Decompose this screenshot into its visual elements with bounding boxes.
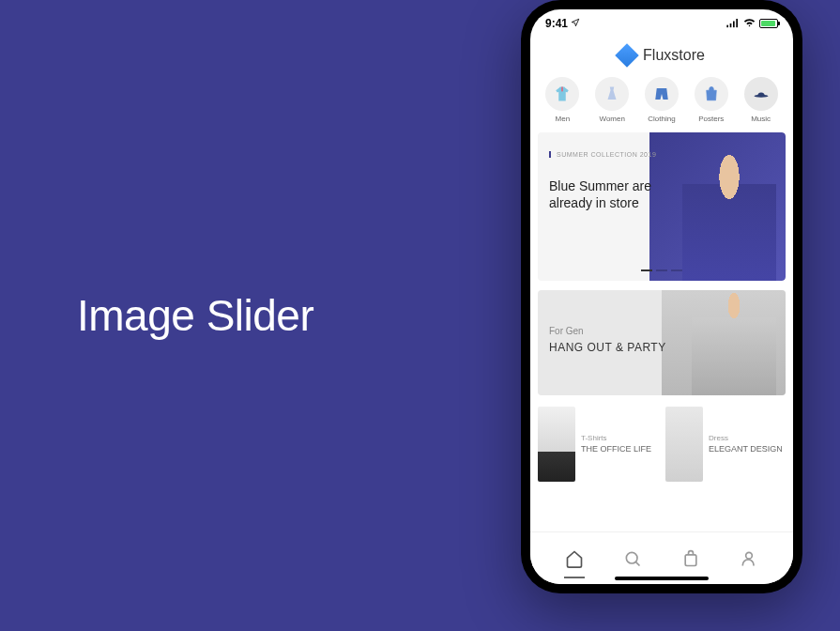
shirt-icon [545,77,579,111]
category-men[interactable]: Men [545,77,579,123]
category-clothing[interactable]: Clothing [645,77,679,123]
product-image [538,407,575,482]
product-card-tshirts[interactable]: T-Shirts THE OFFICE LIFE [538,407,658,482]
banner-image [662,290,786,395]
bag-icon [695,77,728,111]
status-bar: 9:41 [530,9,793,34]
svg-rect-1 [730,23,732,27]
category-row[interactable]: Men Women Clothing Posters Music [530,73,793,132]
phone-mockup: 9:41 Fluxstore Men Women Clothing Poster… [521,0,802,593]
svg-point-5 [626,552,637,563]
nav-home[interactable] [564,548,585,569]
hero-image [649,132,786,281]
signal-icon [726,19,740,28]
location-arrow-icon [571,18,580,27]
status-time: 9:41 [545,17,580,30]
category-women[interactable]: Women [595,77,629,123]
content-scroll[interactable]: SUMMER COLLECTION 2019 Blue Summer are a… [530,132,793,584]
svg-rect-2 [733,22,735,28]
product-subtitle: T-Shirts [581,434,651,442]
hat-icon [744,77,778,111]
nav-search[interactable] [622,548,643,569]
home-indicator[interactable] [615,577,709,580]
hero-slider[interactable]: SUMMER COLLECTION 2019 Blue Summer are a… [538,132,786,281]
profile-icon [740,549,758,568]
product-title: THE OFFICE LIFE [581,444,651,454]
category-posters[interactable]: Posters [695,77,728,123]
svg-rect-0 [726,25,728,28]
banner-subtitle: For Gen [549,326,584,336]
product-row: T-Shirts THE OFFICE LIFE Dress ELEGANT D… [538,407,786,482]
slider-dots[interactable] [641,269,682,271]
svg-rect-6 [685,554,696,565]
battery-icon [759,19,778,28]
nav-profile[interactable] [739,548,759,569]
app-title: Fluxstore [643,47,705,64]
product-title: ELEGANT DESIGN [709,444,783,454]
bag-icon [681,549,700,568]
product-image [665,407,703,482]
promo-banner[interactable]: For Gen HANG OUT & PARTY [538,290,786,395]
logo-icon [615,43,638,67]
hero-badge: SUMMER COLLECTION 2019 [549,151,656,158]
slide-title: Image Slider [77,290,313,341]
product-subtitle: Dress [709,434,783,442]
product-card-dress[interactable]: Dress ELEGANT DESIGN [665,407,786,482]
slider-dot-3[interactable] [671,269,682,271]
svg-rect-3 [736,19,738,27]
home-icon [565,549,584,568]
phone-screen: 9:41 Fluxstore Men Women Clothing Poster… [530,9,793,584]
search-icon [623,549,642,568]
banner-title: HANG OUT & PARTY [549,341,666,354]
hero-headline: Blue Summer are already in store [549,177,652,211]
category-music[interactable]: Music [744,77,778,123]
app-header: Fluxstore [530,34,793,73]
slider-dot-2[interactable] [656,269,667,271]
svg-point-7 [746,552,753,559]
nav-bag[interactable] [680,548,701,569]
shorts-icon [645,77,679,111]
slider-dot-1[interactable] [641,269,652,271]
wifi-icon [743,19,756,28]
dress-icon [595,77,629,111]
